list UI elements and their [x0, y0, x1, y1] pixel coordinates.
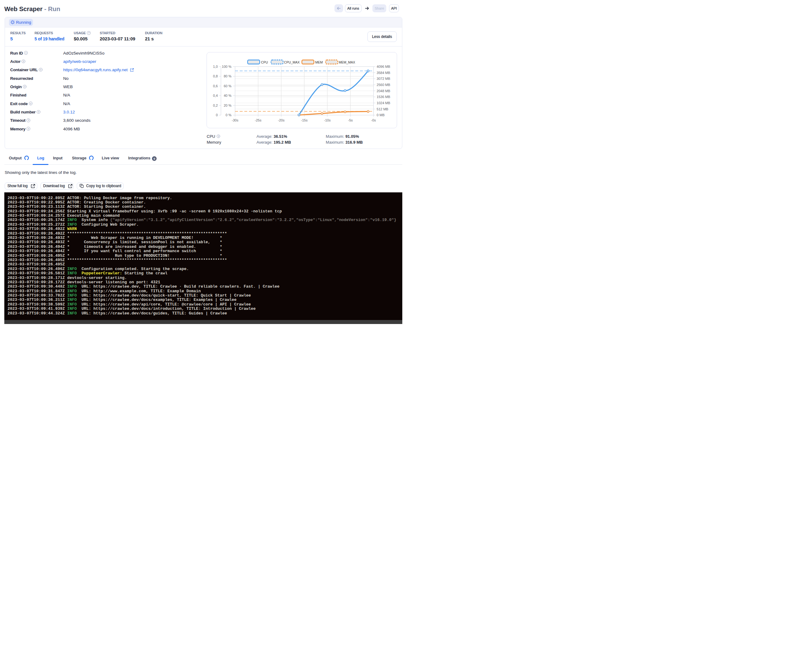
svg-text:MEM: MEM [315, 60, 323, 64]
svg-text:80 %: 80 % [223, 74, 231, 78]
svg-text:1024 MB: 1024 MB [376, 101, 390, 105]
svg-text:3584 MB: 3584 MB [376, 70, 390, 74]
svg-text:0,2: 0,2 [213, 103, 218, 107]
svg-text:60 %: 60 % [223, 84, 231, 88]
svg-text:0 MB: 0 MB [376, 113, 385, 117]
svg-text:0,8: 0,8 [213, 74, 218, 78]
svg-text:CPU: CPU [261, 60, 267, 64]
svg-text:CPU_MAX: CPU_MAX [284, 60, 300, 64]
svg-text:40 %: 40 % [223, 94, 231, 98]
svg-text:-15s: -15s [301, 118, 308, 122]
svg-text:1536 MB: 1536 MB [376, 95, 390, 99]
svg-text:-5s: -5s [348, 118, 353, 122]
svg-text:3072 MB: 3072 MB [376, 77, 390, 81]
svg-text:0 %: 0 % [225, 113, 231, 117]
svg-text:-0s: -0s [371, 118, 376, 122]
svg-text:-20s: -20s [278, 118, 285, 122]
svg-text:0,4: 0,4 [213, 94, 218, 98]
svg-text:0,6: 0,6 [213, 84, 218, 88]
svg-text:512 MB: 512 MB [376, 107, 388, 111]
svg-text:20 %: 20 % [223, 103, 231, 107]
svg-text:-10s: -10s [324, 118, 331, 122]
svg-text:2048 MB: 2048 MB [376, 89, 390, 93]
svg-text:0: 0 [216, 113, 218, 117]
svg-text:2560 MB: 2560 MB [376, 83, 390, 87]
svg-text:4096 MB: 4096 MB [376, 64, 390, 68]
svg-text:-30s: -30s [232, 118, 238, 122]
svg-text:-25s: -25s [255, 118, 261, 122]
svg-text:1,0: 1,0 [213, 64, 218, 68]
svg-text:MEM_MAX: MEM_MAX [339, 60, 355, 64]
svg-text:100 %: 100 % [222, 64, 231, 68]
